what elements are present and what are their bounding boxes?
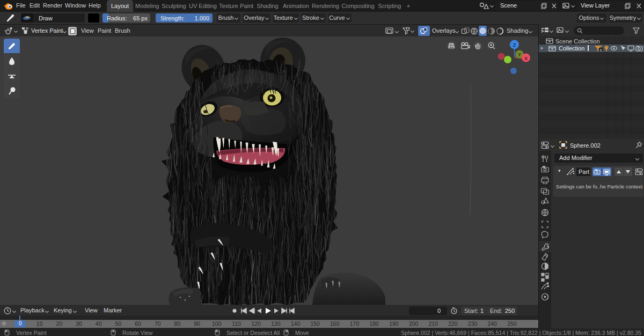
svg-text:150: 150 bbox=[310, 320, 320, 327]
svg-text:160: 160 bbox=[330, 320, 340, 327]
svg-text:Y: Y bbox=[518, 52, 521, 57]
svg-text:210: 210 bbox=[428, 320, 438, 327]
svg-text:60: 60 bbox=[135, 320, 141, 327]
svg-text:240: 240 bbox=[487, 320, 497, 327]
svg-text:70: 70 bbox=[155, 320, 161, 327]
svg-text:230: 230 bbox=[468, 320, 478, 327]
svg-text:10: 10 bbox=[36, 320, 43, 327]
svg-text:30: 30 bbox=[76, 320, 82, 327]
svg-text:20: 20 bbox=[56, 320, 63, 327]
svg-text:100: 100 bbox=[212, 320, 222, 327]
svg-text:170: 170 bbox=[350, 320, 360, 327]
svg-text:6: 6 bbox=[599, 48, 602, 53]
svg-text:90: 90 bbox=[194, 320, 200, 327]
svg-text:220: 220 bbox=[448, 320, 458, 327]
svg-text:130: 130 bbox=[271, 320, 281, 327]
svg-text:120: 120 bbox=[251, 320, 261, 327]
svg-text:140: 140 bbox=[291, 320, 301, 327]
svg-text:40: 40 bbox=[96, 320, 102, 327]
svg-text:200: 200 bbox=[409, 320, 419, 327]
svg-text:50: 50 bbox=[115, 320, 122, 327]
svg-text:80: 80 bbox=[174, 320, 181, 327]
svg-text:250: 250 bbox=[507, 320, 517, 327]
svg-text:X: X bbox=[524, 56, 528, 61]
svg-text:110: 110 bbox=[232, 320, 241, 327]
svg-text:Z: Z bbox=[513, 42, 516, 48]
svg-text:190: 190 bbox=[389, 320, 399, 327]
svg-text:180: 180 bbox=[369, 320, 379, 327]
